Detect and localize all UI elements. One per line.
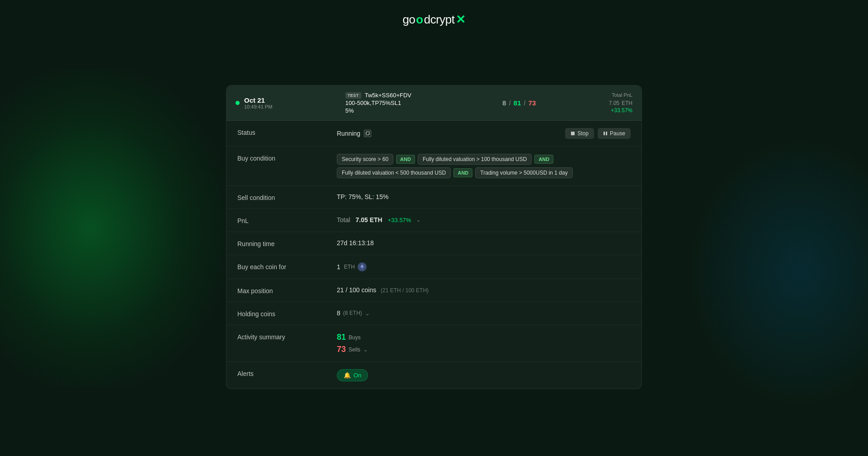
sell-condition-value: TP: 75%, SL: 15% xyxy=(337,193,631,200)
alerts-value: 🔔 On xyxy=(337,369,631,381)
pnl-row: PnL Total 7.05 ETH +33.57% ⌄ xyxy=(226,209,642,232)
activity-buys: 81 Buys xyxy=(337,332,631,342)
pnl-total-label: Total xyxy=(337,216,350,223)
header-date-time: 10:49:41 PM xyxy=(244,104,272,109)
svg-rect-4 xyxy=(606,132,607,135)
activity-label: Activity summary xyxy=(237,332,337,341)
condition-tag-3: Fully diluted valuation < 500 thousand U… xyxy=(337,167,451,178)
status-actions: Stop Pause xyxy=(565,128,631,139)
status-label: Status xyxy=(237,128,337,136)
alerts-on-button[interactable]: 🔔 On xyxy=(337,369,368,381)
buy-each-label: Buy each coin for xyxy=(237,262,337,271)
header-date-main: Oct 21 xyxy=(244,96,272,104)
and-badge-2: AND xyxy=(534,155,553,164)
alerts-row: Alerts 🔔 On xyxy=(226,362,642,389)
and-badge-1: AND xyxy=(396,155,415,164)
pnl-chevron-icon[interactable]: ⌄ xyxy=(416,217,420,223)
holding-label: Holding coins xyxy=(237,309,337,318)
strategy-line1: Tw5k+SS60+FDV xyxy=(365,92,411,99)
holding-row: Holding coins 8 (8 ETH) ⌄ xyxy=(226,302,642,325)
status-text: Running xyxy=(337,130,360,137)
header-pnl-value: 7.05 ETH xyxy=(609,98,632,107)
stat-count: 8 xyxy=(502,99,506,107)
sells-label: Sells xyxy=(349,347,360,353)
condition-tag-4: Trading volume > 5000USD in 1 day xyxy=(475,167,572,178)
header-right: Total PnL 7.05 ETH +33.57% xyxy=(609,92,632,114)
buy-condition-label: Buy condition xyxy=(237,154,337,162)
buys-label: Buys xyxy=(349,334,361,341)
logo-text2: dcrypt xyxy=(424,13,455,27)
strategy-line3: 5% xyxy=(345,107,411,114)
header-left: Oct 21 10:49:41 PM xyxy=(236,96,272,109)
status-row: Status Running Stop xyxy=(226,121,642,147)
pnl-label: PnL xyxy=(237,216,337,224)
status-value-area: Running Stop Pause xyxy=(337,128,631,139)
activity-value: 81 Buys 73 Sells ⌄ xyxy=(337,332,631,354)
buy-each-currency: ETH xyxy=(344,264,355,270)
header-date: Oct 21 10:49:41 PM xyxy=(244,96,272,109)
max-position-row: Max position 21 / 100 coins (21 ETH / 10… xyxy=(226,279,642,302)
alerts-on-text: On xyxy=(354,372,361,379)
buy-condition-row: Buy condition Security score > 60 AND Fu… xyxy=(226,147,642,186)
activity-sells: 73 Sells ⌄ xyxy=(337,345,631,354)
alerts-label: Alerts xyxy=(237,369,337,377)
holding-sub: (8 ETH) xyxy=(343,310,362,316)
header-pnl-label: Total PnL xyxy=(609,92,632,98)
pnl-eth-value: 7.05 ETH xyxy=(356,216,382,223)
strategy-line2: 100-500k,TP75%SL1 xyxy=(345,100,411,106)
max-position-main: 21 / 100 coins xyxy=(337,286,376,294)
holding-num: 8 xyxy=(337,309,340,317)
header-center: TEST Tw5k+SS60+FDV 100-500k,TP75%SL1 5% xyxy=(345,92,411,114)
status-dot xyxy=(236,101,240,105)
sell-condition-row: Sell condition TP: 75%, SL: 15% xyxy=(226,186,642,209)
and-badge-3: AND xyxy=(453,168,472,177)
eth-icon xyxy=(358,262,367,271)
running-time-row: Running time 27d 16:13:18 xyxy=(226,232,642,255)
pnl-value: Total 7.05 ETH +33.57% ⌄ xyxy=(337,216,631,223)
header-strategy-row: TEST Tw5k+SS60+FDV xyxy=(345,92,411,99)
stat-sells: 73 xyxy=(528,99,536,107)
svg-rect-2 xyxy=(571,132,575,135)
pnl-pct: +33.57% xyxy=(388,217,411,223)
buy-each-num: 1 xyxy=(337,263,340,271)
holding-value: 8 (8 ETH) ⌄ xyxy=(337,309,631,317)
card-header: Oct 21 10:49:41 PM TEST Tw5k+SS60+FDV 10… xyxy=(226,86,642,121)
svg-marker-5 xyxy=(360,264,364,268)
holding-chevron-icon[interactable]: ⌄ xyxy=(365,310,370,317)
main-card: Oct 21 10:49:41 PM TEST Tw5k+SS60+FDV 10… xyxy=(226,85,642,389)
info-table: Status Running Stop xyxy=(226,121,642,389)
status-copy-icon xyxy=(364,130,371,137)
status-running: Running xyxy=(337,130,371,137)
svg-rect-3 xyxy=(604,132,605,135)
condition-tag-2: Fully diluted valuation > 100 thousand U… xyxy=(418,154,532,165)
condition-tag-1: Security score > 60 xyxy=(337,154,393,165)
buy-each-value: 1 ETH xyxy=(337,262,631,271)
logo-x: ✕ xyxy=(456,13,466,27)
sell-condition-label: Sell condition xyxy=(237,193,337,201)
running-time-value: 27d 16:13:18 xyxy=(337,239,631,247)
header-pnl-pct: +33.57% xyxy=(609,107,632,114)
max-position-sub: (21 ETH / 100 ETH) xyxy=(381,287,429,294)
pause-button[interactable]: Pause xyxy=(598,128,631,139)
running-time-label: Running time xyxy=(237,239,337,247)
buy-condition-value: Security score > 60 AND Fully diluted va… xyxy=(337,154,631,178)
stat-buys: 81 xyxy=(514,99,521,107)
max-position-value: 21 / 100 coins (21 ETH / 100 ETH) xyxy=(337,286,631,294)
buys-num: 81 xyxy=(337,332,346,342)
condition-tags: Security score > 60 AND Fully diluted va… xyxy=(337,154,631,178)
logo-text: go xyxy=(402,13,415,27)
buy-each-row: Buy each coin for 1 ETH xyxy=(226,255,642,279)
logo-o: o xyxy=(416,13,423,27)
stop-button[interactable]: Stop xyxy=(565,128,594,139)
logo: goodcrypt✕ xyxy=(402,13,465,27)
sells-chevron-icon[interactable]: ⌄ xyxy=(363,346,368,353)
bell-icon: 🔔 xyxy=(344,372,351,379)
activity-row: Activity summary 81 Buys 73 Sells ⌄ xyxy=(226,325,642,362)
max-position-label: Max position xyxy=(237,286,337,294)
test-badge: TEST xyxy=(345,92,361,99)
sells-num: 73 xyxy=(337,345,346,354)
header-stats: 8 / 81 / 73 xyxy=(502,99,536,107)
